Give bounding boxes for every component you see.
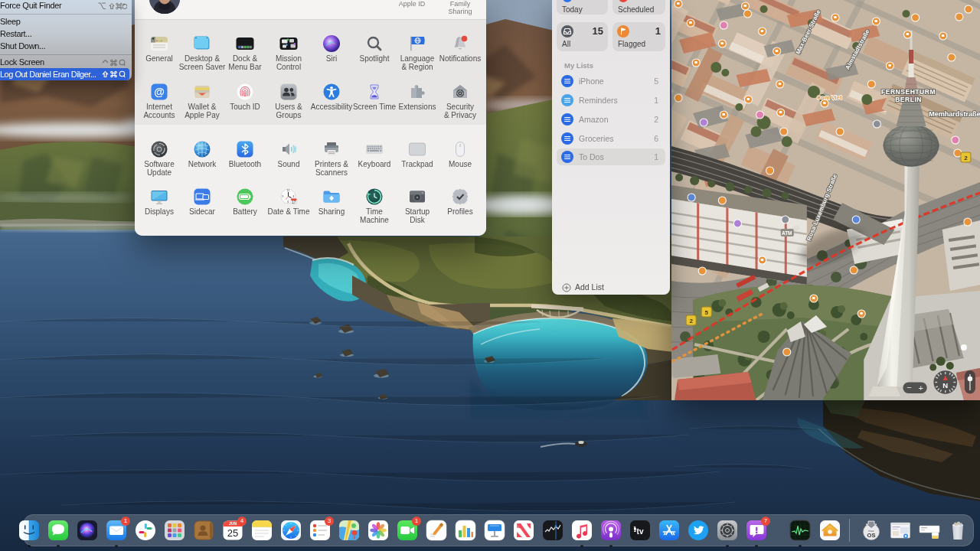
svg-text:2: 2 xyxy=(689,318,693,324)
svg-text:OS: OS xyxy=(867,532,876,539)
svg-text:17: 17 xyxy=(292,201,296,204)
svg-text:3: 3 xyxy=(293,195,295,198)
svg-text:FERNSEHTURM: FERNSEHTURM xyxy=(881,88,936,96)
svg-text:Memhardstraße: Memhardstraße xyxy=(929,110,980,118)
svg-text:N: N xyxy=(942,381,948,390)
svg-text:−: − xyxy=(906,383,911,393)
svg-text:12: 12 xyxy=(287,189,290,192)
svg-text:6: 6 xyxy=(288,201,289,204)
svg-text:5: 5 xyxy=(704,309,708,316)
svg-text:+: + xyxy=(918,383,923,393)
svg-text:tv: tv xyxy=(637,527,644,536)
svg-text:25: 25 xyxy=(227,527,238,539)
svg-text:ATM: ATM xyxy=(782,230,792,236)
svg-text:BERLIN: BERLIN xyxy=(895,96,922,103)
svg-text:@: @ xyxy=(154,86,165,98)
svg-text:2: 2 xyxy=(964,155,968,161)
svg-text:Com Viet: Com Viet xyxy=(817,94,842,101)
svg-text:JUN: JUN xyxy=(229,521,237,526)
svg-text:9: 9 xyxy=(283,195,284,198)
